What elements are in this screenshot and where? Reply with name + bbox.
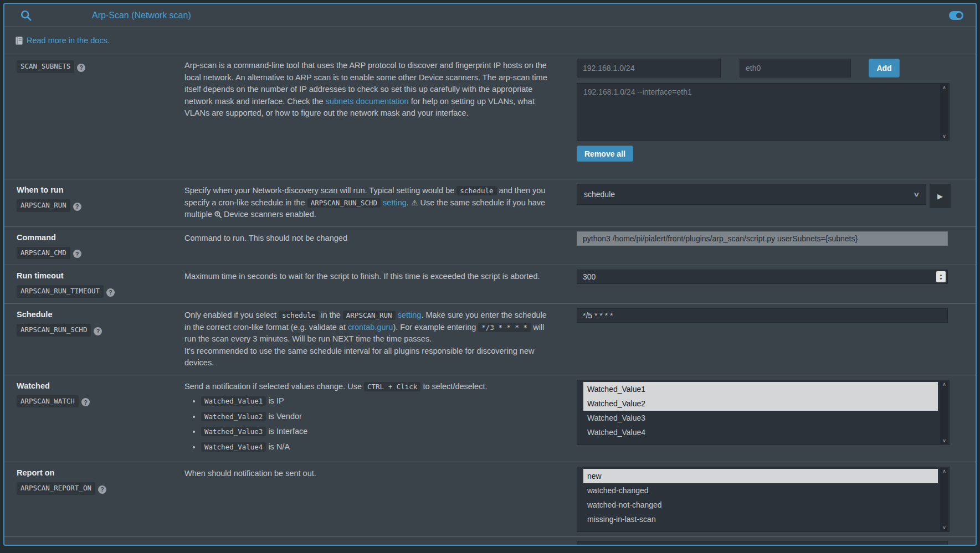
- watched-values-list: Watched_Value1 is IP Watched_Value2 is V…: [184, 395, 552, 453]
- report-on-multiselect[interactable]: new watched-changed watched-not-changed …: [577, 467, 950, 532]
- subnets-documentation-link[interactable]: subnets documentation: [326, 97, 409, 106]
- command-input: [577, 231, 948, 246]
- list-item: Watched_Value4 is N/A: [201, 441, 552, 453]
- help-icon[interactable]: ?: [73, 250, 81, 258]
- scrollbar[interactable]: ∧ ∨: [940, 84, 948, 139]
- run-now-button[interactable]: ▶: [930, 184, 951, 208]
- docs-link[interactable]: Read more in the docs.: [27, 36, 110, 45]
- inline-code: CTRL + Click: [364, 382, 420, 391]
- setting-title: Schedule: [17, 310, 178, 319]
- setting-title: Watched: [17, 381, 178, 390]
- setting-row-report-on: Report on ARPSCAN_REPORT_ON? When should…: [4, 462, 976, 536]
- setting-row-watched: Watched ARPSCAN_WATCH? Send a notificati…: [4, 375, 976, 462]
- watched-multiselect[interactable]: Watched_Value1 Watched_Value2 Watched_Va…: [577, 380, 950, 445]
- description-text: Arguments to run arps-scan with. Recomme…: [184, 544, 474, 546]
- spinner-down-icon[interactable]: ▼: [939, 277, 942, 281]
- list-item: Watched_Value1 is IP: [201, 395, 552, 407]
- docs-row: Read more in the docs.: [4, 27, 976, 54]
- scrollbar[interactable]: ∧ ∨: [940, 381, 948, 444]
- setting-row-scan-subnets: SCAN_SUBNETS? Arp-scan is a command-line…: [4, 54, 976, 179]
- subnet-entry[interactable]: 192.168.1.0/24 --interface=eth1: [577, 84, 949, 100]
- scroll-down-icon[interactable]: ∨: [942, 438, 946, 443]
- run-select-value: schedule: [584, 190, 615, 199]
- description-text: When should notification be sent out.: [184, 469, 316, 478]
- setting-title: Arguments: [17, 543, 178, 546]
- scroll-up-icon[interactable]: ∧: [942, 381, 946, 387]
- schedule-input[interactable]: [577, 308, 948, 323]
- setting-title: Command: [17, 233, 178, 242]
- list-item: Watched_Value3 is Interface: [201, 426, 552, 438]
- setting-title: Report on: [17, 468, 178, 477]
- description-text: Send a notification if selected values c…: [184, 382, 364, 391]
- page-title: Arp-Scan (Network scan): [92, 11, 191, 20]
- help-icon[interactable]: ?: [77, 64, 85, 72]
- description-text: Device scanners enabled.: [222, 210, 316, 219]
- inline-code: Watched_Value4: [201, 442, 266, 452]
- crontab-guru-link[interactable]: crontab.guru: [348, 323, 393, 332]
- setting-key-pill: ARPSCAN_RUN_TIMEOUT: [17, 285, 104, 298]
- inline-code: ARPSCAN_RUN: [343, 311, 396, 320]
- arguments-input[interactable]: [577, 541, 948, 546]
- chevron-down-icon: ∨: [913, 190, 920, 198]
- select-option[interactable]: Watched_Value4: [583, 425, 938, 440]
- setting-title: When to run: [17, 185, 178, 194]
- search-icon[interactable]: [20, 9, 32, 22]
- scroll-up-icon[interactable]: ∧: [942, 85, 946, 90]
- scroll-up-icon[interactable]: ∧: [942, 468, 946, 474]
- setting-key-pill: ARPSCAN_REPORT_ON: [17, 482, 95, 495]
- setting-link[interactable]: setting: [398, 311, 422, 319]
- select-option[interactable]: Watched_Value1: [583, 382, 938, 396]
- spinner-up-icon[interactable]: ▲: [939, 273, 942, 277]
- inline-code: Watched_Value3: [201, 427, 266, 436]
- magnifier-plus-icon: [214, 211, 222, 218]
- inline-code: ARPSCAN_RUN_SCHD: [307, 198, 381, 208]
- select-option[interactable]: new: [583, 469, 938, 483]
- description-text: Command to run. This should not be chang…: [184, 234, 347, 242]
- select-option[interactable]: watched-not-changed: [583, 498, 938, 512]
- scroll-down-icon[interactable]: ∨: [942, 525, 946, 530]
- help-icon[interactable]: ?: [106, 288, 115, 297]
- setting-row-arguments: Arguments ARPSCAN_ARGS? Arguments to run…: [4, 536, 976, 546]
- help-icon[interactable]: ?: [81, 398, 90, 406]
- add-button[interactable]: Add: [869, 59, 900, 77]
- setting-key-pill: SCAN_SUBNETS: [17, 60, 74, 73]
- remove-all-button[interactable]: Remove all: [577, 146, 633, 162]
- plugin-settings-panel: Arp-Scan (Network scan) Read more in the…: [3, 3, 977, 546]
- setting-row-when-to-run: When to run ARPSCAN_RUN? Specify when yo…: [4, 179, 976, 226]
- number-spinner[interactable]: ▲ ▼: [936, 271, 946, 282]
- setting-key-pill: ARPSCAN_RUN_SCHD: [17, 324, 91, 337]
- select-option[interactable]: missing-in-last-scan: [583, 512, 938, 526]
- subnet-input[interactable]: [577, 59, 721, 77]
- run-select[interactable]: schedule ∨: [577, 184, 926, 205]
- select-option[interactable]: Watched_Value3: [583, 411, 938, 425]
- setting-key-pill: ARPSCAN_RUN: [17, 199, 70, 212]
- setting-row-schedule: Schedule ARPSCAN_RUN_SCHD? Only enabled …: [4, 303, 976, 375]
- description-text: It's recommended to use the same schedul…: [184, 347, 534, 368]
- description-text: Maximum time in seconds to wait for the …: [184, 272, 540, 281]
- inline-code: Watched_Value1: [201, 396, 266, 406]
- list-item: Watched_Value2 is Vendor: [201, 411, 552, 423]
- help-icon[interactable]: ?: [98, 485, 106, 494]
- inline-code: */3 * * * *: [478, 323, 531, 332]
- setting-link[interactable]: setting: [383, 198, 407, 207]
- book-icon: [16, 37, 23, 45]
- setting-description: Specify when your Network-discovery scan…: [183, 179, 566, 226]
- scroll-down-icon[interactable]: ∨: [942, 133, 946, 139]
- subnets-listbox[interactable]: 192.168.1.0/24 --interface=eth1 ∧ ∨: [577, 83, 950, 141]
- select-option[interactable]: watched-changed: [583, 483, 938, 498]
- help-icon[interactable]: ?: [94, 327, 102, 335]
- select-option[interactable]: Watched_Value2: [583, 396, 938, 411]
- help-icon[interactable]: ?: [73, 203, 81, 211]
- warning-icon: ⚠: [411, 198, 418, 207]
- toggle-on-icon[interactable]: [949, 11, 963, 20]
- setting-description: Arp-scan is a command-line tool that use…: [183, 54, 566, 179]
- scrollbar[interactable]: ∧ ∨: [940, 468, 948, 531]
- setting-key-pill: ARPSCAN_CMD: [17, 247, 70, 260]
- setting-row-command: Command ARPSCAN_CMD? Command to run. Thi…: [4, 226, 976, 265]
- setting-title: Run timeout: [17, 271, 178, 280]
- play-icon: ▶: [937, 192, 943, 200]
- inline-code: schedule: [456, 186, 496, 195]
- description-text: to select/deselect.: [420, 382, 487, 391]
- interface-input[interactable]: [740, 59, 851, 77]
- timeout-input[interactable]: [577, 270, 948, 284]
